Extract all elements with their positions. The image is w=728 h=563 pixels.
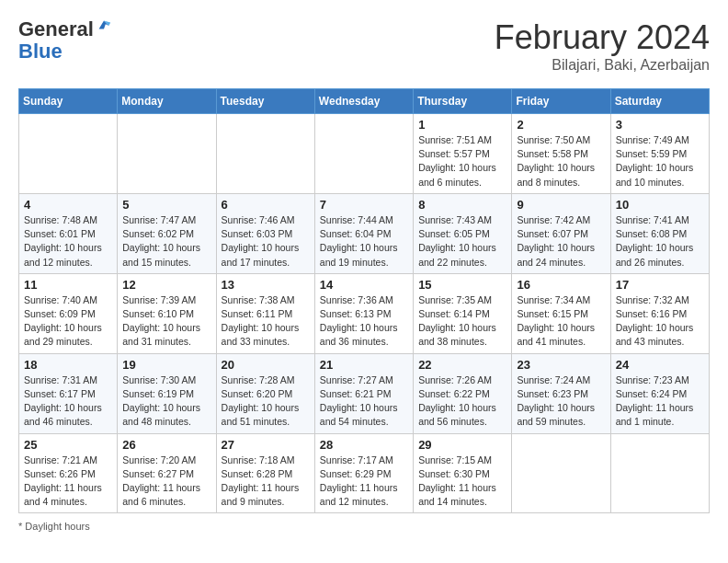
day-number: 20 bbox=[222, 358, 310, 372]
day-number: 5 bbox=[122, 198, 210, 212]
day-info: Sunrise: 7:32 AMSunset: 6:16 PMDaylight:… bbox=[616, 293, 704, 350]
day-info: Sunrise: 7:30 AMSunset: 6:19 PMDaylight:… bbox=[122, 373, 210, 430]
calendar-day-header: Thursday bbox=[414, 89, 512, 114]
day-info: Sunrise: 7:20 AMSunset: 6:27 PMDaylight:… bbox=[122, 454, 210, 510]
calendar-day-header: Wednesday bbox=[314, 89, 413, 114]
location-text: Bilajari, Baki, Azerbaijan bbox=[495, 57, 710, 74]
calendar-cell: 17Sunrise: 7:32 AMSunset: 6:16 PMDayligh… bbox=[610, 273, 709, 353]
calendar-cell: 12Sunrise: 7:39 AMSunset: 6:10 PMDayligh… bbox=[118, 273, 216, 353]
calendar-day-header: Monday bbox=[118, 89, 216, 114]
day-info: Sunrise: 7:41 AMSunset: 6:08 PMDaylight:… bbox=[616, 213, 704, 270]
calendar-day-header: Tuesday bbox=[216, 89, 314, 114]
day-info: Sunrise: 7:34 AMSunset: 6:15 PMDaylight:… bbox=[517, 293, 605, 350]
calendar-cell: 24Sunrise: 7:23 AMSunset: 6:24 PMDayligh… bbox=[610, 353, 709, 433]
calendar-cell: 5Sunrise: 7:47 AMSunset: 6:02 PMDaylight… bbox=[118, 193, 216, 273]
calendar-day-header: Sunday bbox=[19, 89, 118, 114]
logo-bird-icon bbox=[96, 17, 112, 34]
day-number: 26 bbox=[122, 438, 210, 452]
calendar-week-row: 11Sunrise: 7:40 AMSunset: 6:09 PMDayligh… bbox=[19, 273, 710, 353]
day-number: 21 bbox=[320, 358, 408, 372]
day-number: 4 bbox=[24, 198, 112, 212]
day-info: Sunrise: 7:43 AMSunset: 6:05 PMDaylight:… bbox=[418, 213, 506, 270]
calendar-cell: 20Sunrise: 7:28 AMSunset: 6:20 PMDayligh… bbox=[216, 353, 314, 433]
day-info: Sunrise: 7:31 AMSunset: 6:17 PMDaylight:… bbox=[24, 373, 112, 430]
calendar-cell: 26Sunrise: 7:20 AMSunset: 6:27 PMDayligh… bbox=[118, 433, 216, 513]
day-number: 9 bbox=[517, 198, 605, 212]
day-info: Sunrise: 7:40 AMSunset: 6:09 PMDaylight:… bbox=[24, 293, 112, 350]
day-info: Sunrise: 7:50 AMSunset: 5:58 PMDaylight:… bbox=[517, 133, 605, 190]
calendar-cell: 11Sunrise: 7:40 AMSunset: 6:09 PMDayligh… bbox=[19, 273, 118, 353]
calendar-cell: 15Sunrise: 7:35 AMSunset: 6:14 PMDayligh… bbox=[414, 273, 512, 353]
page-header: General Blue February 2024 Bilajari, Bak… bbox=[18, 18, 710, 74]
calendar-cell: 22Sunrise: 7:26 AMSunset: 6:22 PMDayligh… bbox=[414, 353, 512, 433]
day-number: 28 bbox=[320, 438, 408, 452]
day-info: Sunrise: 7:28 AMSunset: 6:20 PMDaylight:… bbox=[222, 373, 310, 430]
day-number: 11 bbox=[24, 278, 112, 292]
calendar-week-row: 18Sunrise: 7:31 AMSunset: 6:17 PMDayligh… bbox=[19, 353, 710, 433]
day-number: 13 bbox=[222, 278, 310, 292]
calendar-cell: 3Sunrise: 7:49 AMSunset: 5:59 PMDaylight… bbox=[610, 114, 709, 194]
day-number: 15 bbox=[418, 278, 506, 292]
day-number: 17 bbox=[616, 278, 704, 292]
logo-general-text: General bbox=[18, 18, 94, 40]
calendar-cell: 16Sunrise: 7:34 AMSunset: 6:15 PMDayligh… bbox=[512, 273, 610, 353]
day-number: 14 bbox=[320, 278, 408, 292]
day-number: 8 bbox=[418, 198, 506, 212]
calendar-cell: 10Sunrise: 7:41 AMSunset: 6:08 PMDayligh… bbox=[610, 193, 709, 273]
day-info: Sunrise: 7:46 AMSunset: 6:03 PMDaylight:… bbox=[222, 213, 310, 270]
logo-blue-text: Blue bbox=[18, 40, 112, 63]
day-info: Sunrise: 7:27 AMSunset: 6:21 PMDaylight:… bbox=[320, 373, 408, 430]
calendar-cell: 2Sunrise: 7:50 AMSunset: 5:58 PMDaylight… bbox=[512, 114, 610, 194]
day-info: Sunrise: 7:47 AMSunset: 6:02 PMDaylight:… bbox=[122, 213, 210, 270]
day-info: Sunrise: 7:38 AMSunset: 6:11 PMDaylight:… bbox=[222, 293, 310, 350]
day-number: 10 bbox=[616, 198, 704, 212]
day-info: Sunrise: 7:35 AMSunset: 6:14 PMDaylight:… bbox=[418, 293, 506, 350]
day-number: 25 bbox=[24, 438, 112, 452]
calendar-week-row: 1Sunrise: 7:51 AMSunset: 5:57 PMDaylight… bbox=[19, 114, 710, 194]
calendar-cell: 6Sunrise: 7:46 AMSunset: 6:03 PMDaylight… bbox=[216, 193, 314, 273]
calendar-cell: 4Sunrise: 7:48 AMSunset: 6:01 PMDaylight… bbox=[19, 193, 118, 273]
calendar-cell bbox=[118, 114, 216, 194]
calendar-cell: 13Sunrise: 7:38 AMSunset: 6:11 PMDayligh… bbox=[216, 273, 314, 353]
day-number: 7 bbox=[320, 198, 408, 212]
month-title: February 2024 bbox=[495, 18, 710, 57]
calendar-cell: 27Sunrise: 7:18 AMSunset: 6:28 PMDayligh… bbox=[216, 433, 314, 513]
day-info: Sunrise: 7:18 AMSunset: 6:28 PMDaylight:… bbox=[222, 454, 310, 510]
day-number: 2 bbox=[517, 118, 605, 132]
calendar-cell: 14Sunrise: 7:36 AMSunset: 6:13 PMDayligh… bbox=[314, 273, 413, 353]
day-info: Sunrise: 7:49 AMSunset: 5:59 PMDaylight:… bbox=[616, 133, 704, 190]
day-info: Sunrise: 7:36 AMSunset: 6:13 PMDaylight:… bbox=[320, 293, 408, 350]
calendar-week-row: 4Sunrise: 7:48 AMSunset: 6:01 PMDaylight… bbox=[19, 193, 710, 273]
calendar-cell: 21Sunrise: 7:27 AMSunset: 6:21 PMDayligh… bbox=[314, 353, 413, 433]
day-info: Sunrise: 7:44 AMSunset: 6:04 PMDaylight:… bbox=[320, 213, 408, 270]
day-info: Sunrise: 7:17 AMSunset: 6:29 PMDaylight:… bbox=[320, 454, 408, 510]
calendar-cell: 28Sunrise: 7:17 AMSunset: 6:29 PMDayligh… bbox=[314, 433, 413, 513]
calendar-cell bbox=[314, 114, 413, 194]
day-info: Sunrise: 7:51 AMSunset: 5:57 PMDaylight:… bbox=[418, 133, 506, 190]
calendar-day-header: Friday bbox=[512, 89, 610, 114]
calendar-cell: 8Sunrise: 7:43 AMSunset: 6:05 PMDaylight… bbox=[414, 193, 512, 273]
calendar-table: SundayMondayTuesdayWednesdayThursdayFrid… bbox=[18, 88, 710, 513]
calendar-cell: 9Sunrise: 7:42 AMSunset: 6:07 PMDaylight… bbox=[512, 193, 610, 273]
day-number: 18 bbox=[24, 358, 112, 372]
calendar-header-row: SundayMondayTuesdayWednesdayThursdayFrid… bbox=[19, 89, 710, 114]
calendar-cell bbox=[512, 433, 610, 513]
day-number: 1 bbox=[418, 118, 506, 132]
day-number: 16 bbox=[517, 278, 605, 292]
calendar-cell bbox=[610, 433, 709, 513]
day-info: Sunrise: 7:26 AMSunset: 6:22 PMDaylight:… bbox=[418, 373, 506, 430]
day-number: 19 bbox=[122, 358, 210, 372]
calendar-cell bbox=[19, 114, 118, 194]
calendar-cell: 18Sunrise: 7:31 AMSunset: 6:17 PMDayligh… bbox=[19, 353, 118, 433]
calendar-cell: 29Sunrise: 7:15 AMSunset: 6:30 PMDayligh… bbox=[414, 433, 512, 513]
calendar-cell: 19Sunrise: 7:30 AMSunset: 6:19 PMDayligh… bbox=[118, 353, 216, 433]
calendar-cell: 7Sunrise: 7:44 AMSunset: 6:04 PMDaylight… bbox=[314, 193, 413, 273]
day-info: Sunrise: 7:42 AMSunset: 6:07 PMDaylight:… bbox=[517, 213, 605, 270]
day-info: Sunrise: 7:23 AMSunset: 6:24 PMDaylight:… bbox=[616, 373, 704, 430]
day-number: 6 bbox=[222, 198, 310, 212]
day-info: Sunrise: 7:48 AMSunset: 6:01 PMDaylight:… bbox=[24, 213, 112, 270]
calendar-cell bbox=[216, 114, 314, 194]
calendar-week-row: 25Sunrise: 7:21 AMSunset: 6:26 PMDayligh… bbox=[19, 433, 710, 513]
calendar-cell: 1Sunrise: 7:51 AMSunset: 5:57 PMDaylight… bbox=[414, 114, 512, 194]
day-number: 22 bbox=[418, 358, 506, 372]
